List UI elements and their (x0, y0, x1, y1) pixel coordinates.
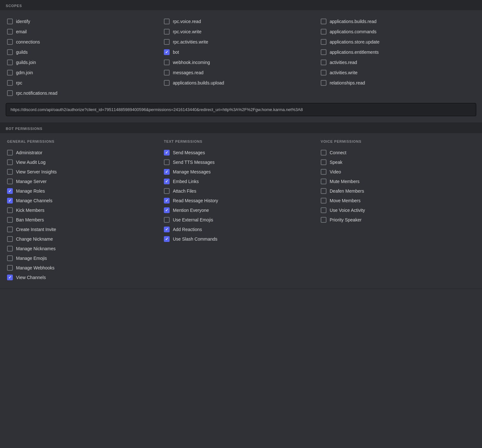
general-perm-checkbox-kick_members[interactable] (7, 207, 13, 213)
scope-checkbox-activities_read[interactable] (321, 60, 326, 65)
scope-activities_read[interactable]: activities.read (319, 58, 476, 67)
text-perm-attach_files[interactable]: Attach Files (163, 186, 319, 196)
scope-checkbox-rpc_activities_write[interactable] (164, 39, 170, 45)
general-perm-manage_webhooks[interactable]: Manage Webhooks (6, 263, 163, 273)
scope-email[interactable]: email (6, 27, 163, 36)
general-perm-manage_emojis[interactable]: Manage Emojis (6, 253, 163, 263)
scope-connections[interactable]: connections (6, 37, 163, 47)
general-perm-checkbox-ban_members[interactable] (7, 217, 13, 223)
scope-checkbox-gdm_join[interactable] (7, 70, 13, 76)
scope-checkbox-applications_entitlements[interactable] (321, 49, 326, 55)
scope-bot[interactable]: bot (163, 47, 319, 57)
general-perm-view_server_insights[interactable]: View Server Insights (6, 167, 163, 177)
general-perm-ban_members[interactable]: Ban Members (6, 215, 163, 225)
general-perm-checkbox-manage_nicknames[interactable] (7, 246, 13, 252)
scope-applications_builds_upload[interactable]: applications.builds.upload (163, 78, 319, 88)
scope-checkbox-applications_builds_read[interactable] (321, 19, 326, 24)
text-perm-use_slash_commands[interactable]: Use Slash Commands (163, 234, 319, 244)
general-perm-manage_roles[interactable]: Manage Roles (6, 186, 163, 196)
general-perm-checkbox-view_server_insights[interactable] (7, 169, 13, 175)
text-perm-checkbox-use_external_emojis[interactable] (164, 217, 170, 223)
text-perm-checkbox-embed_links[interactable] (164, 179, 170, 184)
text-perm-send_tts_messages[interactable]: Send TTS Messages (163, 157, 319, 167)
general-perm-checkbox-manage_channels[interactable] (7, 198, 13, 204)
scope-checkbox-rpc_voice_write[interactable] (164, 29, 170, 35)
general-perm-checkbox-view_channels[interactable] (7, 275, 13, 280)
general-perm-view_channels[interactable]: View Channels (6, 273, 163, 282)
voice-perm-checkbox-video[interactable] (321, 169, 326, 175)
scope-checkbox-identify[interactable] (7, 19, 13, 24)
scope-applications_store_update[interactable]: applications.store.update (319, 37, 476, 47)
general-perm-manage_server[interactable]: Manage Server (6, 177, 163, 186)
general-perm-checkbox-manage_roles[interactable] (7, 188, 13, 194)
voice-perm-use_voice_activity[interactable]: Use Voice Activity (319, 205, 476, 215)
scope-checkbox-messages_read[interactable] (164, 70, 170, 76)
voice-perm-checkbox-connect[interactable] (321, 150, 326, 156)
general-perm-create_instant_invite[interactable]: Create Instant Invite (6, 225, 163, 234)
scope-checkbox-applications_builds_upload[interactable] (164, 80, 170, 86)
scope-rpc_voice_write[interactable]: rpc.voice.write (163, 27, 319, 36)
scope-identify[interactable]: identify (6, 17, 163, 26)
voice-perm-speak[interactable]: Speak (319, 157, 476, 167)
scope-activities_write[interactable]: activities.write (319, 68, 476, 77)
voice-perm-mute_members[interactable]: Mute Members (319, 177, 476, 186)
scope-checkbox-activities_write[interactable] (321, 70, 326, 76)
general-perm-checkbox-manage_emojis[interactable] (7, 255, 13, 261)
scope-checkbox-rpc_notifications_read[interactable] (7, 90, 13, 96)
text-perm-checkbox-read_message_history[interactable] (164, 198, 170, 204)
general-perm-checkbox-administrator[interactable] (7, 150, 13, 156)
text-perm-embed_links[interactable]: Embed Links (163, 177, 319, 186)
text-perm-checkbox-use_slash_commands[interactable] (164, 236, 170, 242)
voice-perm-checkbox-speak[interactable] (321, 159, 326, 165)
text-perm-checkbox-add_reactions[interactable] (164, 227, 170, 232)
text-perm-manage_messages[interactable]: Manage Messages (163, 167, 319, 177)
voice-perm-connect[interactable]: Connect (319, 148, 476, 157)
scope-rpc_voice_read[interactable]: rpc.voice.read (163, 17, 319, 26)
general-perm-administrator[interactable]: Administrator (6, 148, 163, 157)
scope-checkbox-guilds[interactable] (7, 49, 13, 55)
general-perm-checkbox-create_instant_invite[interactable] (7, 227, 13, 232)
general-perm-change_nickname[interactable]: Change Nickname (6, 234, 163, 244)
scope-applications_builds_read[interactable]: applications.builds.read (319, 17, 476, 26)
general-perm-checkbox-manage_webhooks[interactable] (7, 265, 13, 271)
scope-checkbox-email[interactable] (7, 29, 13, 35)
scope-checkbox-relationships_read[interactable] (321, 80, 326, 86)
general-perm-checkbox-change_nickname[interactable] (7, 236, 13, 242)
scope-checkbox-guilds_join[interactable] (7, 60, 13, 65)
voice-perm-deafen_members[interactable]: Deafen Members (319, 186, 476, 196)
text-perm-mention_everyone[interactable]: Mention Everyone (163, 205, 319, 215)
scope-rpc[interactable]: rpc (6, 78, 163, 88)
scope-applications_commands[interactable]: applications.commands (319, 27, 476, 36)
text-perm-read_message_history[interactable]: Read Message History (163, 196, 319, 205)
text-perm-checkbox-manage_messages[interactable] (164, 169, 170, 175)
general-perm-manage_channels[interactable]: Manage Channels (6, 196, 163, 205)
scope-checkbox-bot[interactable] (164, 49, 170, 55)
text-perm-checkbox-send_tts_messages[interactable] (164, 159, 170, 165)
voice-perm-move_members[interactable]: Move Members (319, 196, 476, 205)
voice-perm-checkbox-move_members[interactable] (321, 198, 326, 204)
voice-perm-priority_speaker[interactable]: Priority Speaker (319, 215, 476, 225)
scope-checkbox-rpc[interactable] (7, 80, 13, 86)
voice-perm-video[interactable]: Video (319, 167, 476, 177)
voice-perm-checkbox-priority_speaker[interactable] (321, 217, 326, 223)
general-perm-checkbox-view_audit_log[interactable] (7, 159, 13, 165)
general-perm-checkbox-manage_server[interactable] (7, 179, 13, 184)
scope-gdm_join[interactable]: gdm.join (6, 68, 163, 77)
general-perm-kick_members[interactable]: Kick Members (6, 205, 163, 215)
text-perm-send_messages[interactable]: Send Messages (163, 148, 319, 157)
scope-messages_read[interactable]: messages.read (163, 68, 319, 77)
general-perm-view_audit_log[interactable]: View Audit Log (6, 157, 163, 167)
general-perm-manage_nicknames[interactable]: Manage Nicknames (6, 244, 163, 253)
scope-checkbox-connections[interactable] (7, 39, 13, 45)
voice-perm-checkbox-mute_members[interactable] (321, 179, 326, 184)
text-perm-checkbox-send_messages[interactable] (164, 150, 170, 156)
voice-perm-checkbox-deafen_members[interactable] (321, 188, 326, 194)
scope-guilds[interactable]: guilds (6, 47, 163, 57)
scope-guilds_join[interactable]: guilds.join (6, 58, 163, 67)
scope-rpc_activities_write[interactable]: rpc.activities.write (163, 37, 319, 47)
scope-checkbox-rpc_voice_read[interactable] (164, 19, 170, 24)
scope-checkbox-webhook_incoming[interactable] (164, 60, 170, 65)
text-perm-add_reactions[interactable]: Add Reactions (163, 225, 319, 234)
text-perm-checkbox-attach_files[interactable] (164, 188, 170, 194)
scope-applications_entitlements[interactable]: applications.entitlements (319, 47, 476, 57)
